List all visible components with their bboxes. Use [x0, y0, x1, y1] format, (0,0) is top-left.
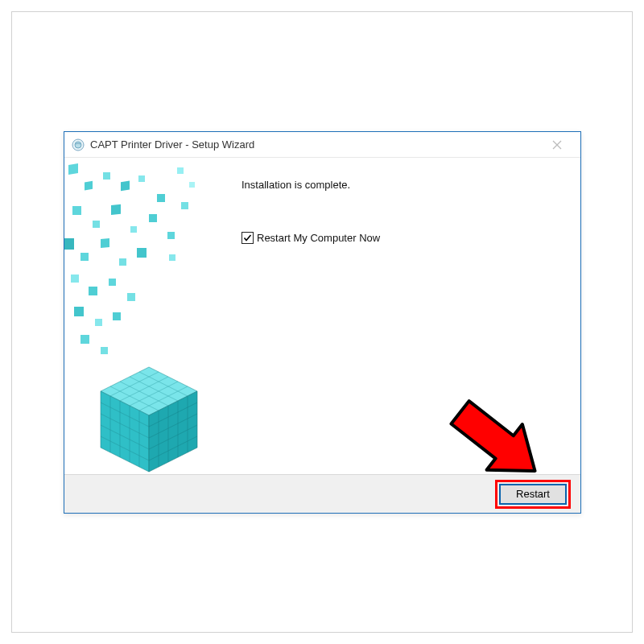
svg-rect-20: [137, 248, 147, 258]
svg-rect-13: [130, 226, 137, 233]
restart-checkbox-row[interactable]: Restart My Computer Now: [242, 232, 380, 244]
svg-rect-4: [68, 163, 78, 175]
setup-wizard-dialog: CAPT Printer Driver - Setup Wizard: [64, 131, 581, 514]
checkbox-label: Restart My Computer Now: [257, 232, 380, 244]
svg-rect-30: [177, 167, 184, 174]
dialog-content: Installation is complete. Restart My Com…: [64, 158, 580, 474]
svg-rect-32: [181, 202, 188, 209]
wizard-icon: [71, 138, 85, 152]
svg-rect-18: [101, 238, 109, 248]
svg-rect-27: [113, 312, 121, 320]
svg-rect-7: [121, 181, 130, 192]
installation-complete-message: Installation is complete.: [242, 179, 350, 191]
svg-rect-24: [127, 293, 135, 301]
dialog-title: CAPT Printer Driver - Setup Wizard: [90, 138, 540, 151]
svg-rect-11: [93, 221, 100, 228]
svg-rect-33: [169, 254, 175, 261]
close-icon[interactable]: [540, 134, 574, 156]
svg-rect-14: [149, 214, 157, 222]
svg-rect-31: [189, 182, 195, 188]
svg-rect-9: [157, 194, 165, 202]
svg-rect-25: [74, 307, 84, 316]
checkbox-icon[interactable]: [242, 232, 254, 244]
svg-rect-6: [103, 172, 110, 180]
svg-rect-16: [64, 238, 74, 250]
svg-rect-15: [167, 232, 175, 239]
svg-rect-8: [138, 175, 145, 182]
svg-rect-12: [111, 204, 121, 215]
svg-rect-5: [85, 181, 93, 191]
svg-rect-22: [89, 287, 97, 295]
svg-rect-21: [71, 275, 79, 283]
svg-rect-19: [119, 258, 126, 266]
restart-button-highlight: Restart: [495, 480, 571, 509]
dialog-footer: Restart: [64, 474, 580, 513]
restart-button[interactable]: Restart: [499, 484, 567, 505]
svg-rect-17: [80, 253, 89, 261]
svg-rect-26: [95, 319, 102, 326]
svg-rect-10: [72, 206, 81, 215]
svg-rect-28: [80, 335, 89, 344]
titlebar: CAPT Printer Driver - Setup Wizard: [64, 132, 580, 158]
svg-point-1: [75, 142, 81, 148]
wizard-graphic: [64, 158, 217, 474]
svg-rect-23: [109, 279, 116, 286]
svg-rect-29: [101, 347, 108, 354]
